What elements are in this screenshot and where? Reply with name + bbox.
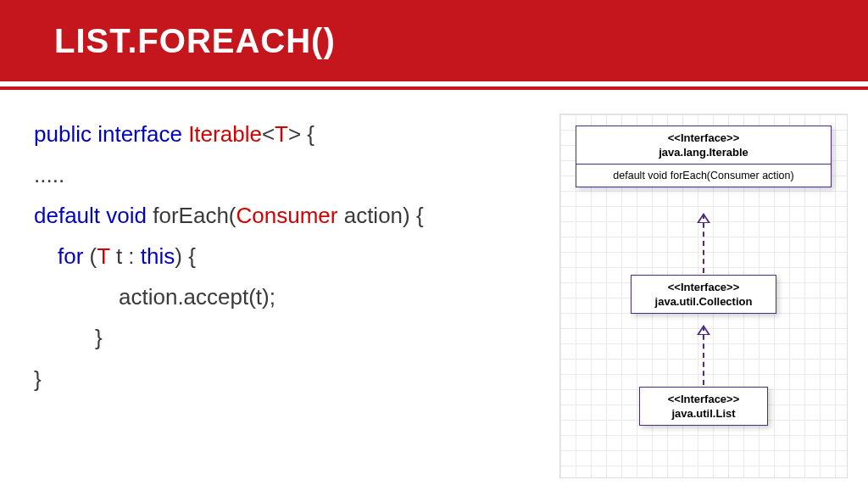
- type-consumer: Consumer: [236, 203, 338, 228]
- brace-close-outer: }: [34, 366, 42, 392]
- uml-name-list: java.util.List: [650, 407, 757, 420]
- generic-t: T: [275, 121, 288, 147]
- type-iterable: Iterable: [188, 121, 262, 147]
- code-line-5: action.accept(t);: [34, 276, 549, 317]
- uml-head-list: <<Interface>> java.util.List: [640, 388, 767, 425]
- slide: List.forEach() public interface Iterable…: [0, 0, 868, 491]
- uml-diagram: <<Interface>> java.lang.Iterable default…: [559, 114, 848, 478]
- code-line-1: public interface Iterable<T> {: [34, 114, 549, 154]
- code-line-6: }: [34, 317, 549, 358]
- stmt-accept: action.accept(t);: [119, 284, 275, 310]
- uml-head-collection: <<Interface>> java.util.Collection: [632, 276, 776, 313]
- uml-arrow-collection-to-iterable: [703, 214, 704, 273]
- title-bar: List.forEach(): [0, 0, 868, 81]
- for-mid: t :: [110, 243, 141, 269]
- ellipsis: .....: [34, 162, 64, 187]
- uml-box-iterable: <<Interface>> java.lang.Iterable default…: [576, 126, 832, 187]
- uml-stereo-list: <<Interface>>: [650, 393, 757, 405]
- param-rest: action) {: [337, 203, 423, 228]
- uml-box-list: <<Interface>> java.util.List: [639, 387, 768, 426]
- keyword-public: public: [34, 121, 92, 147]
- uml-head-iterable: <<Interface>> java.lang.Iterable: [576, 126, 831, 164]
- for-open: (: [83, 243, 97, 269]
- slide-body: public interface Iterable<T> { ..... def…: [0, 90, 868, 478]
- arrow-line: [703, 214, 704, 273]
- code-line-3: default void forEach(Consumer action) {: [34, 195, 549, 236]
- code-block: public interface Iterable<T> { ..... def…: [34, 114, 559, 478]
- keyword-default: default: [34, 203, 100, 228]
- for-close: ) {: [175, 243, 196, 269]
- uml-stereo-iterable: <<Interface>>: [587, 131, 821, 144]
- uml-name-iterable: java.lang.Iterable: [587, 146, 821, 159]
- arrow-line: [703, 326, 704, 385]
- code-line-2: .....: [34, 154, 549, 195]
- keyword-for: for: [58, 243, 83, 269]
- keyword-void: void: [106, 203, 147, 228]
- slide-title: List.forEach(): [54, 22, 336, 60]
- uml-arrow-list-to-collection: [703, 326, 704, 385]
- type-t: T: [97, 243, 109, 269]
- method-foreach: forEach(: [147, 203, 236, 228]
- brace-open: {: [301, 121, 314, 147]
- uml-method-foreach: default void forEach(Consumer action): [576, 165, 831, 187]
- uml-name-collection: java.util.Collection: [642, 295, 765, 308]
- code-line-4: for (T t : this) {: [34, 236, 549, 276]
- keyword-this: this: [141, 243, 175, 269]
- code-line-7: }: [34, 359, 549, 399]
- generic-open: <: [262, 121, 275, 147]
- uml-stereo-collection: <<Interface>>: [642, 281, 765, 293]
- uml-box-collection: <<Interface>> java.util.Collection: [631, 275, 776, 314]
- brace-close-inner: }: [95, 325, 103, 350]
- generic-close: >: [288, 121, 301, 147]
- keyword-interface: interface: [97, 121, 182, 147]
